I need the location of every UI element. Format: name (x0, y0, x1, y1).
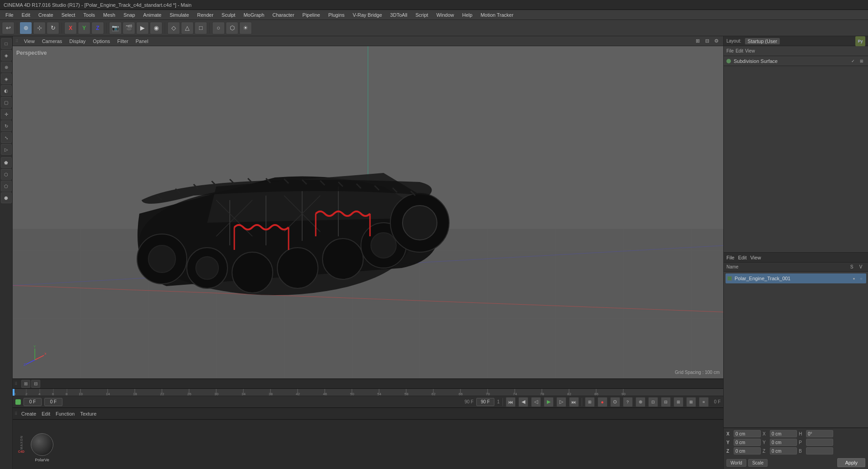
frame-start-input[interactable] (24, 398, 42, 406)
sidebar-camera[interactable]: ▷ (1, 144, 12, 155)
subdivision-menu-file[interactable]: File (726, 48, 734, 53)
menu-snap[interactable]: Snap (120, 11, 139, 19)
vp-menu-display[interactable]: Display (67, 38, 87, 45)
keyframe-btn7[interactable]: ⊠ (686, 397, 696, 407)
render-btn[interactable]: 🎬 (123, 22, 135, 34)
menu-create[interactable]: Create (35, 11, 57, 19)
subdivision-menu-view[interactable]: View (745, 48, 755, 53)
vp-menu-cameras[interactable]: Cameras (40, 38, 64, 45)
menu-character[interactable]: Character (269, 11, 298, 19)
sidebar-select1[interactable]: ◈ (1, 73, 12, 84)
vp-menu-options[interactable]: Options (91, 38, 112, 45)
mat-menu-texture[interactable]: Texture (78, 410, 98, 417)
keyframe-btn5[interactable]: ⊟ (661, 397, 671, 407)
menu-plugins[interactable]: Plugins (325, 11, 348, 19)
vp-menu-filter[interactable]: Filter (115, 38, 130, 45)
select-tool-btn[interactable]: ⊕ (19, 22, 32, 34)
keyframe-btn4[interactable]: ⊡ (648, 397, 658, 407)
menu-script[interactable]: Script (412, 11, 432, 19)
rotate-tool-btn[interactable]: ↻ (47, 22, 59, 34)
play-btn[interactable]: ▶ (544, 397, 554, 407)
sidebar-tool1[interactable]: ⬟ (1, 157, 12, 168)
obj-mode-btn[interactable]: ○ (212, 22, 225, 34)
keyframe-btn1[interactable]: ⊞ (585, 397, 595, 407)
object-list-item[interactable]: Polar_Engine_Track_001 ● ○ (726, 273, 866, 283)
mat-menu-function[interactable]: Function (54, 410, 76, 417)
3d-viewport[interactable]: Perspective X Y Z Grid Spacing : 100 cm (13, 46, 723, 378)
material-preview-container[interactable]: PolarVe (31, 433, 53, 456)
keyframe-btn6[interactable]: ⊞ (674, 397, 683, 407)
menu-edit[interactable]: Edit (18, 11, 34, 19)
sidebar-select3[interactable]: ▢ (1, 97, 12, 108)
coord-h-input[interactable] (806, 430, 833, 437)
subdivision-icon1[interactable]: ✓ (849, 57, 857, 65)
play-reverse-btn[interactable]: ◁ (531, 397, 541, 407)
vp-maximize-icon[interactable]: ⊞ (693, 37, 702, 45)
obj-menu-view[interactable]: View (750, 255, 761, 260)
points-btn[interactable]: ◇ (167, 22, 180, 34)
axis-x-btn[interactable]: X (64, 22, 77, 34)
sidebar-object-mode[interactable]: □ (1, 38, 12, 49)
vp-settings-icon[interactable]: ⚙ (712, 37, 721, 45)
sidebar-tool4[interactable]: ⬣ (1, 192, 12, 203)
apply-button[interactable]: Apply (837, 458, 865, 467)
stop-btn[interactable]: ● (598, 397, 607, 407)
timeline-list-btn[interactable]: ≡ (699, 397, 709, 407)
subdivision-icon2[interactable]: ⊞ (858, 57, 865, 65)
timeline-icon2[interactable]: ⊟ (31, 380, 40, 388)
sidebar-axis-mode[interactable]: ⊕ (1, 62, 12, 72)
coord-y-size-input[interactable] (770, 439, 797, 446)
vp-menu-panel[interactable]: Panel (134, 38, 150, 45)
next-frame-btn[interactable]: ▷ (556, 397, 566, 407)
world-mode-btn[interactable]: World (726, 459, 746, 467)
vp-menu-view[interactable]: View (22, 38, 37, 45)
record-btn[interactable]: ⊙ (610, 397, 620, 407)
coord-b-input[interactable] (806, 447, 833, 455)
frame-end-input[interactable] (476, 398, 494, 406)
sidebar-tool2[interactable]: ⬡ (1, 169, 12, 180)
coord-z-size-input[interactable] (770, 447, 797, 455)
obj-menu-edit[interactable]: Edit (738, 255, 747, 260)
obj-render-icon[interactable]: ○ (858, 275, 864, 282)
coord-p-input[interactable] (806, 439, 833, 446)
sidebar-move[interactable]: ✛ (1, 109, 12, 120)
active-obj-btn[interactable]: ◉ (150, 22, 162, 34)
material-sphere[interactable] (31, 433, 53, 456)
obj-visible-icon[interactable]: ● (851, 275, 857, 282)
menu-mograph[interactable]: MoGraph (240, 11, 268, 19)
sidebar-rotate[interactable]: ↻ (1, 120, 12, 131)
menu-simulate[interactable]: Simulate (166, 11, 193, 19)
layout-select[interactable]: Startup (User (745, 38, 780, 44)
frame-current-input[interactable] (44, 398, 62, 406)
mat-menu-edit[interactable]: Edit (40, 410, 52, 417)
keyframe-btn3[interactable]: ⊕ (636, 397, 645, 407)
prev-frame-btn[interactable]: ◀ (518, 397, 528, 407)
mat-menu-create[interactable]: Create (19, 410, 38, 417)
vp-layout-icon[interactable]: ⊟ (703, 37, 711, 45)
menu-vray[interactable]: V-Ray Bridge (349, 11, 386, 19)
keyframe-btn2[interactable]: ? (623, 397, 633, 407)
coord-x-pos-input[interactable] (734, 430, 761, 437)
axis-y-btn[interactable]: Y (78, 22, 90, 34)
sidebar-select2[interactable]: ◐ (1, 85, 12, 96)
sidebar-scale[interactable]: ⤡ (1, 132, 12, 143)
render-region-btn[interactable]: 📷 (109, 22, 122, 34)
menu-help[interactable]: Help (459, 11, 476, 19)
go-start-btn[interactable]: ⏮ (506, 397, 516, 407)
python-icon[interactable]: Py (855, 36, 865, 46)
menu-mesh[interactable]: Mesh (100, 11, 119, 19)
menu-file[interactable]: File (2, 11, 17, 19)
move-tool-btn[interactable]: ⊹ (33, 22, 46, 34)
undo-btn[interactable]: ↩ (2, 22, 14, 34)
light-btn[interactable]: ☀ (239, 22, 252, 34)
coord-x-size-input[interactable] (770, 430, 797, 437)
menu-3dtoall[interactable]: 3DToAll (387, 11, 411, 19)
sidebar-tool3[interactable]: ⬠ (1, 181, 12, 191)
obj-menu-file[interactable]: File (726, 255, 735, 260)
coord-y-pos-input[interactable] (734, 439, 761, 446)
menu-window[interactable]: Window (433, 11, 458, 19)
axis-z-btn[interactable]: Z (91, 22, 104, 34)
menu-motion-tracker[interactable]: Motion Tracker (477, 11, 517, 19)
timeline-icon1[interactable]: ⊞ (21, 380, 30, 388)
menu-sculpt[interactable]: Sculpt (218, 11, 239, 19)
